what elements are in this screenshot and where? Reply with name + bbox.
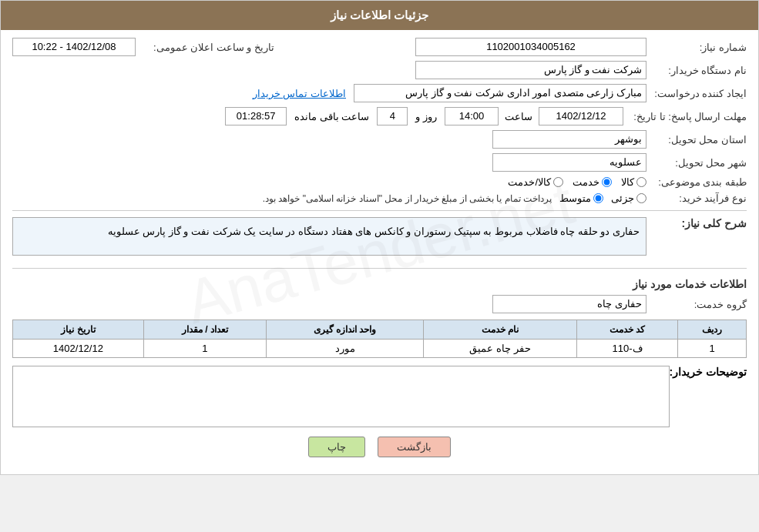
description-label: شرح کلی نیاز: (646, 217, 747, 229)
process-option-motavaset: متوسط (559, 192, 603, 204)
need-number-value: 1102001034005162 (415, 38, 646, 56)
category-option-kala-khadamat: کالا/خدمت (508, 176, 563, 188)
process-note: پرداخت تمام یا بخشی از مبلغ خریدار از مح… (263, 193, 552, 204)
announce-value: 1402/12/08 - 10:22 (12, 38, 136, 56)
category-row: طبقه بندی موضوعی: کالا خدمت کالا/خدمت (12, 176, 747, 188)
col-row-num: ردیف (678, 320, 747, 340)
process-option-jozyi: جزئی (611, 192, 646, 204)
category-radio-kala[interactable] (636, 177, 646, 187)
buyer-notes-row: توضیحات خریدار: (12, 366, 747, 427)
deadline-remaining: 01:28:57 (225, 107, 287, 125)
col-name: نام خدمت (424, 320, 577, 340)
announce-label: تاریخ و ساعت اعلان عمومی: (136, 42, 274, 53)
deadline-remaining-label: ساعت باقی مانده (294, 111, 369, 122)
city-value: عسلویه (492, 153, 646, 172)
buyer-org-label: نام دستگاه خریدار: (646, 65, 747, 76)
back-button[interactable]: بازگشت (378, 437, 451, 457)
creator-value: مبارک زارعی متصدی امور اداری شرکت نفت و … (354, 84, 646, 102)
deadline-days-label: روز و (415, 111, 437, 122)
buyer-notes-label: توضیحات خریدار: (670, 366, 747, 378)
divider2 (12, 268, 747, 269)
category-label-khadamat: خدمت (573, 176, 599, 188)
category-label-kala: کالا (621, 176, 634, 188)
page-title: جزئیات اطلاعات نیاز (331, 8, 428, 22)
group-row: گروه خدمت: حفاری چاه (12, 295, 747, 313)
deadline-time-label: ساعت (505, 111, 532, 122)
process-row: نوع فرآیند خرید: جزئی متوسط پرداخت تمام … (12, 192, 747, 204)
process-label-jozyi: جزئی (611, 192, 634, 204)
province-label: استان محل تحویل: (646, 134, 747, 146)
category-radio-khadamat[interactable] (602, 177, 612, 187)
content-area: AnaTender.net شماره نیاز: 11020010340051… (1, 30, 758, 474)
process-radio-jozyi[interactable] (636, 193, 646, 203)
group-value: حفاری چاه (492, 295, 646, 313)
page-wrapper: جزئیات اطلاعات نیاز AnaTender.net شماره … (0, 0, 759, 475)
buyer-org-value: شرکت نفت و گاز پارس (415, 61, 646, 79)
description-row: شرح کلی نیاز: حفاری دو حلقه چاه فاضلاب م… (12, 217, 747, 262)
print-button[interactable]: چاپ (308, 437, 365, 457)
deadline-fields: 1402/12/12 ساعت 14:00 روز و 4 ساعت باقی … (225, 107, 623, 125)
buyer-notes-textarea[interactable] (12, 366, 670, 427)
row-unit: مورد (267, 340, 424, 358)
deadline-row: مهلت ارسال پاسخ: تا تاریخ: 1402/12/12 سا… (12, 107, 747, 125)
need-number-row: شماره نیاز: 1102001034005162 تاریخ و ساع… (12, 38, 747, 56)
col-date: تاریخ نیاز (13, 320, 144, 340)
province-row: استان محل تحویل: بوشهر (12, 130, 747, 149)
buyer-org-row: نام دستگاه خریدار: شرکت نفت و گاز پارس (12, 61, 747, 79)
category-label-kala-khadamat: کالا/خدمت (508, 176, 551, 188)
row-num: 1 (678, 340, 747, 358)
row-code: ف-110 (577, 340, 678, 358)
deadline-time: 14:00 (445, 107, 499, 125)
creator-row: ایجاد کننده درخواست: مبارک زارعی متصدی ا… (12, 84, 747, 102)
service-table-header: ردیف کد خدمت نام خدمت واحد اندازه گیری ت… (13, 320, 747, 340)
deadline-date: 1402/12/12 (539, 107, 623, 125)
service-section-title: اطلاعات خدمات مورد نیاز (12, 278, 747, 290)
page-header: جزئیات اطلاعات نیاز (1, 1, 758, 30)
process-options: جزئی متوسط پرداخت تمام یا بخشی از مبلغ خ… (263, 192, 646, 204)
row-qty: 1 (143, 340, 266, 358)
category-radio-group: کالا خدمت کالا/خدمت (508, 176, 646, 188)
col-code: کد خدمت (577, 320, 678, 340)
category-option-khadamat: خدمت (573, 176, 612, 188)
process-label-motavaset: متوسط (559, 192, 591, 204)
category-option-kala: کالا (621, 176, 646, 188)
process-radio-motavaset[interactable] (593, 193, 603, 203)
creator-label: ایجاد کننده درخواست: (646, 88, 747, 99)
row-name: حفر چاه عمیق (424, 340, 577, 358)
col-qty: تعداد / مقدار (143, 320, 266, 340)
province-value: بوشهر (492, 130, 646, 149)
service-table: ردیف کد خدمت نام خدمت واحد اندازه گیری ت… (12, 320, 747, 358)
process-label: نوع فرآیند خرید: (646, 192, 747, 204)
divider1 (12, 210, 747, 211)
group-label: گروه خدمت: (646, 299, 747, 310)
table-row: 1 ف-110 حفر چاه عمیق مورد 1 1402/12/12 (13, 340, 747, 358)
deadline-days: 4 (377, 107, 408, 125)
contact-link[interactable]: اطلاعات تماس خریدار (253, 88, 346, 99)
row-date: 1402/12/12 (13, 340, 144, 358)
col-unit: واحد اندازه گیری (267, 320, 424, 340)
category-radio-kala-khadamat[interactable] (553, 177, 563, 187)
deadline-label: مهلت ارسال پاسخ: تا تاریخ: (623, 111, 747, 122)
need-number-label: شماره نیاز: (646, 42, 747, 53)
buttons-row: بازگشت چاپ (12, 437, 747, 457)
description-text: حفاری دو حلقه چاه فاضلاب مربوط به سپتیک … (12, 217, 646, 256)
category-label: طبقه بندی موضوعی: (646, 176, 747, 188)
city-row: شهر محل تحویل: عسلویه (12, 153, 747, 172)
city-label: شهر محل تحویل: (646, 157, 747, 169)
